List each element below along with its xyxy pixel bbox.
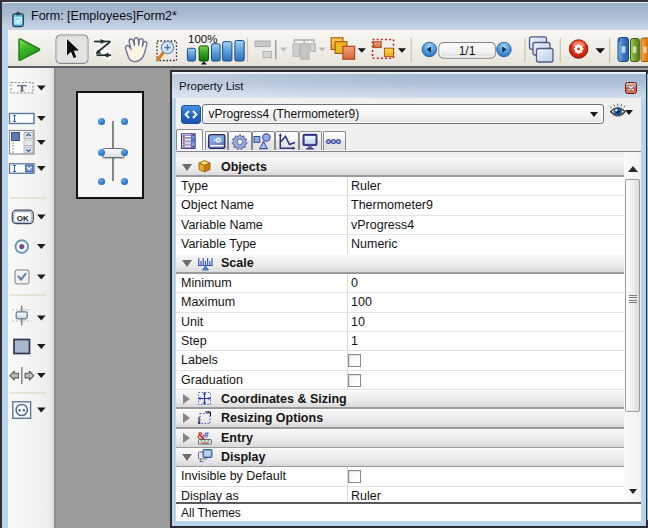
svg-text:#: # xyxy=(204,430,209,440)
svg-text:100%: 100% xyxy=(188,33,217,45)
svg-text:1/1: 1/1 xyxy=(459,44,476,58)
svg-text:OK: OK xyxy=(17,214,29,223)
